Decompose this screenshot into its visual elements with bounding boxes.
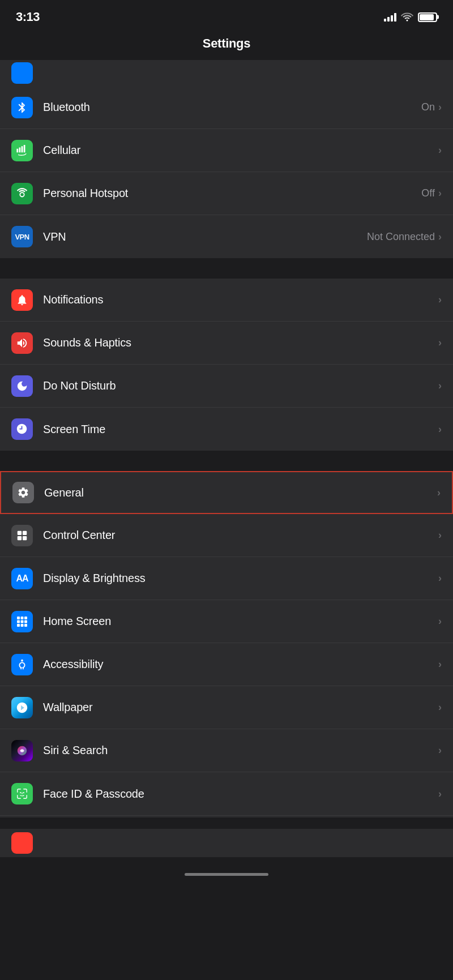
bluetooth-label: Bluetooth xyxy=(43,101,90,114)
row-content: Wallpaper › xyxy=(43,701,442,714)
svg-rect-0 xyxy=(18,530,22,534)
chevron-icon: › xyxy=(437,487,441,499)
chevron-icon: › xyxy=(438,572,442,584)
vpn-value: Not Connected xyxy=(367,231,435,243)
sidebar-item-bluetooth[interactable]: Bluetooth On › xyxy=(0,86,453,129)
sidebar-item-wallpaper[interactable]: Wallpaper › xyxy=(0,686,453,729)
dnd-right: › xyxy=(438,380,442,392)
notifications-icon xyxy=(11,289,33,311)
vpn-right: Not Connected › xyxy=(367,231,442,243)
accessibility-label: Accessibility xyxy=(43,658,103,671)
row-content: VPN Not Connected › xyxy=(43,230,442,243)
hotspot-right: Off › xyxy=(421,187,442,199)
sidebar-item-cellular[interactable]: Cellular › xyxy=(0,129,453,172)
chevron-icon: › xyxy=(438,529,442,541)
chevron-icon: › xyxy=(438,615,442,627)
sounds-right: › xyxy=(438,337,442,349)
sidebar-item-notifications[interactable]: Notifications › xyxy=(0,279,453,322)
wallpaper-right: › xyxy=(438,701,442,713)
notifications-label: Notifications xyxy=(43,293,103,306)
hotspot-value: Off xyxy=(421,187,435,199)
wallpaper-label: Wallpaper xyxy=(43,701,93,714)
page-title: Settings xyxy=(203,36,250,50)
sidebar-item-vpn[interactable]: VPN VPN Not Connected › xyxy=(0,215,453,258)
partial-section xyxy=(0,60,453,86)
cc-right: › xyxy=(438,529,442,541)
svg-rect-11 xyxy=(21,624,24,627)
row-content: Display & Brightness › xyxy=(43,572,442,585)
sidebar-item-display[interactable]: AA Display & Brightness › xyxy=(0,557,453,600)
general-label: General xyxy=(44,486,84,499)
display-right: › xyxy=(438,572,442,584)
sounds-label: Sounds & Haptics xyxy=(43,336,131,349)
dnd-label: Do Not Disturb xyxy=(43,379,116,392)
section-divider xyxy=(0,258,453,279)
screentime-right: › xyxy=(438,423,442,435)
sidebar-item-siri[interactable]: Siri & Search › xyxy=(0,729,453,772)
status-bar: 3:13 xyxy=(0,0,453,31)
sidebar-item-screentime[interactable]: Screen Time › xyxy=(0,408,453,451)
section-gap-bottom xyxy=(0,818,453,829)
accessibility-right: › xyxy=(438,658,442,670)
section-divider-2 xyxy=(0,451,453,471)
chevron-icon: › xyxy=(438,294,442,306)
svg-rect-9 xyxy=(24,620,27,623)
homescreen-icon xyxy=(11,611,33,632)
svg-point-14 xyxy=(20,705,24,709)
vpn-icon: VPN xyxy=(11,226,33,247)
row-content: Sounds & Haptics › xyxy=(43,336,442,349)
row-content: Do Not Disturb › xyxy=(43,379,442,392)
chevron-icon: › xyxy=(438,187,442,199)
sidebar-item-general[interactable]: General › xyxy=(0,471,453,514)
row-content: Face ID & Passcode › xyxy=(43,788,442,801)
control-center-icon xyxy=(11,525,33,546)
general-right: › xyxy=(437,487,441,499)
status-time: 3:13 xyxy=(16,10,40,24)
row-content: Cellular › xyxy=(43,144,442,157)
row-content: Bluetooth On › xyxy=(43,101,442,114)
system-section: General › Control Center › AA xyxy=(0,471,453,815)
home-indicator-area xyxy=(0,857,453,891)
svg-point-15 xyxy=(20,792,21,793)
row-content: Control Center › xyxy=(43,529,442,542)
chevron-icon: › xyxy=(438,380,442,392)
chevron-icon: › xyxy=(438,788,442,800)
sidebar-item-homescreen[interactable]: Home Screen › xyxy=(0,600,453,643)
siri-icon xyxy=(11,740,33,761)
svg-rect-2 xyxy=(18,536,22,540)
list-item-partial-bottom[interactable] xyxy=(0,829,453,857)
display-icon: AA xyxy=(11,568,33,589)
bluetooth-right: On › xyxy=(421,101,442,113)
siri-label: Siri & Search xyxy=(43,744,108,757)
homescreen-label: Home Screen xyxy=(43,615,111,628)
chevron-icon: › xyxy=(438,101,442,113)
row-content: Personal Hotspot Off › xyxy=(43,187,442,200)
sidebar-item-accessibility[interactable]: Accessibility › xyxy=(0,643,453,686)
svg-rect-8 xyxy=(21,620,24,623)
svg-rect-12 xyxy=(24,624,27,627)
svg-point-16 xyxy=(23,792,24,793)
chevron-icon: › xyxy=(438,423,442,435)
svg-rect-3 xyxy=(23,536,27,540)
vpn-label: VPN xyxy=(43,230,66,243)
sidebar-item-hotspot[interactable]: Personal Hotspot Off › xyxy=(0,172,453,215)
chevron-icon: › xyxy=(438,144,442,156)
battery-icon xyxy=(418,12,437,22)
homescreen-right: › xyxy=(438,615,442,627)
row-content: Home Screen › xyxy=(43,615,442,628)
accessibility-icon xyxy=(11,654,33,675)
chevron-icon: › xyxy=(438,658,442,670)
partial-icon xyxy=(11,62,33,84)
home-indicator xyxy=(185,873,268,876)
moon-icon xyxy=(11,375,33,397)
row-content: General › xyxy=(44,486,441,499)
sidebar-item-dnd[interactable]: Do Not Disturb › xyxy=(0,365,453,408)
notifications-section: Notifications › Sounds & Haptics › Do xyxy=(0,279,453,451)
row-content: Notifications › xyxy=(43,293,442,306)
sidebar-item-control-center[interactable]: Control Center › xyxy=(0,514,453,557)
list-item[interactable] xyxy=(0,60,453,86)
bluetooth-icon xyxy=(11,97,33,118)
svg-rect-5 xyxy=(21,617,24,619)
sidebar-item-faceid[interactable]: Face ID & Passcode › xyxy=(0,772,453,815)
sidebar-item-sounds[interactable]: Sounds & Haptics › xyxy=(0,322,453,365)
